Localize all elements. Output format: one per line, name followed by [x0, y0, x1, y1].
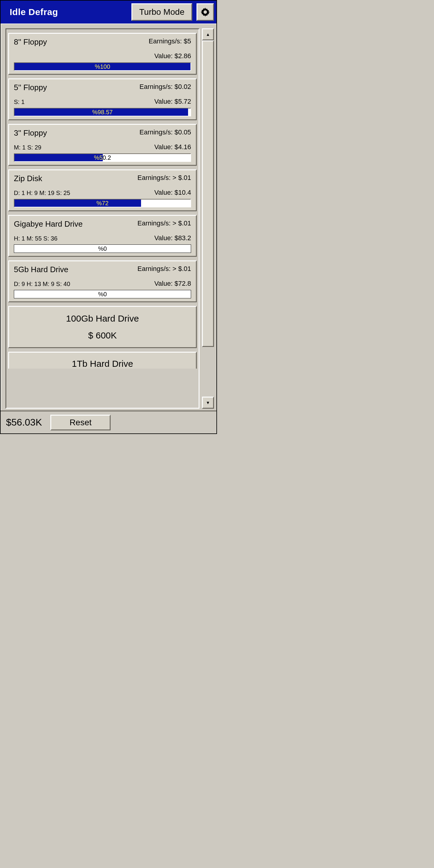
- drive-name: Zip Disk: [14, 174, 137, 183]
- turbo-mode-button[interactable]: Turbo Mode: [131, 3, 192, 21]
- turbo-mode-label: Turbo Mode: [139, 7, 184, 17]
- progress-label: %98.57: [14, 108, 190, 116]
- drive-name: 5Gb Hard Drive: [14, 265, 137, 274]
- drive-value: Value: $72.8: [137, 280, 191, 287]
- scrollbar-track[interactable]: [202, 40, 214, 397]
- status-bar: $56.03K Reset: [1, 410, 216, 433]
- scrollbar[interactable]: ▲ ▼: [202, 28, 214, 409]
- svg-point-0: [204, 10, 207, 13]
- drive-value: Value: $2.86: [149, 52, 191, 60]
- reset-button[interactable]: Reset: [50, 415, 111, 430]
- drive-card[interactable]: 8'' Floppy Earnings/s: $5 Value: $2.86 %…: [8, 33, 197, 75]
- drive-card[interactable]: Gigabye Hard Drive Earnings/s: > $.01 H:…: [8, 215, 197, 257]
- progress-label: %0: [14, 245, 191, 253]
- drive-time: D: 1 H: 9 M: 19 S: 25: [14, 190, 137, 196]
- drive-time: H: 1 M: 55 S: 36: [14, 235, 137, 242]
- drive-value: Value: $83.2: [137, 234, 191, 242]
- triangle-down-icon: ▼: [206, 400, 210, 405]
- progress-label: %50.2: [14, 154, 190, 161]
- drive-name: 8'' Floppy: [14, 37, 149, 47]
- triangle-up-icon: ▲: [206, 32, 210, 37]
- drive-card[interactable]: 3'' Floppy Earnings/s: $0.05 M: 1 S: 29 …: [8, 124, 197, 166]
- drive-earnings: Earnings/s: > $.01: [137, 265, 191, 273]
- scroll-up-button[interactable]: ▲: [202, 28, 214, 40]
- locked-drive-card[interactable]: 1Tb Hard Drive: [8, 352, 197, 369]
- progress-bar: %100: [14, 62, 191, 71]
- progress-bar: %50.2: [14, 153, 191, 162]
- drive-name: 5'' Floppy: [14, 83, 140, 92]
- drive-earnings: Earnings/s: $5: [149, 37, 191, 45]
- drive-time: M: 1 S: 29: [14, 144, 140, 151]
- progress-bar: %72: [14, 199, 191, 207]
- settings-button[interactable]: [196, 3, 214, 21]
- drive-earnings: Earnings/s: $0.05: [140, 128, 191, 136]
- title-bar: Idle Defrag Turbo Mode: [1, 1, 216, 24]
- drive-list: 8'' Floppy Earnings/s: $5 Value: $2.86 %…: [5, 28, 199, 409]
- drive-name: 3'' Floppy: [14, 128, 140, 138]
- progress-bar: %0: [14, 244, 191, 253]
- locked-drive-card[interactable]: 100Gb Hard Drive $ 600K: [8, 306, 197, 348]
- drive-earnings: Earnings/s: $0.02: [140, 83, 191, 91]
- balance-display: $56.03K: [6, 417, 42, 428]
- reset-label: Reset: [70, 418, 92, 427]
- drive-value: Value: $4.16: [140, 143, 191, 151]
- progress-label: %100: [14, 63, 190, 70]
- drive-earnings: Earnings/s: > $.01: [137, 219, 191, 227]
- scroll-down-button[interactable]: ▼: [202, 397, 214, 409]
- drive-card[interactable]: 5Gb Hard Drive Earnings/s: > $.01 D: 9 H…: [8, 260, 197, 302]
- locked-drive-name: 1Tb Hard Drive: [9, 359, 196, 369]
- gear-icon: [200, 7, 210, 17]
- locked-drive-name: 100Gb Hard Drive: [66, 313, 139, 324]
- locked-drive-cost: $ 600K: [88, 330, 117, 341]
- drive-earnings: Earnings/s: > $.01: [137, 174, 191, 182]
- drive-card[interactable]: 5'' Floppy Earnings/s: $0.02 S: 1 Value:…: [8, 79, 197, 120]
- progress-label: %72: [14, 199, 190, 207]
- drive-time: D: 9 H: 13 M: 9 S: 40: [14, 281, 137, 287]
- progress-bar: %0: [14, 290, 191, 299]
- drive-name: Gigabye Hard Drive: [14, 219, 137, 229]
- progress-bar: %98.57: [14, 108, 191, 116]
- drive-time: S: 1: [14, 98, 140, 105]
- app-title: Idle Defrag: [10, 7, 127, 17]
- drive-value: Value: $10.4: [137, 189, 191, 196]
- drive-card[interactable]: Zip Disk Earnings/s: > $.01 D: 1 H: 9 M:…: [8, 169, 197, 211]
- progress-label: %0: [14, 290, 191, 298]
- drive-value: Value: $5.72: [140, 98, 191, 105]
- scrollbar-thumb[interactable]: [202, 40, 214, 347]
